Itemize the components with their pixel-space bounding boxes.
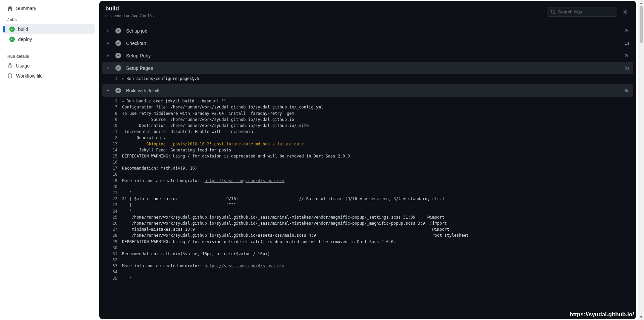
job-subtitle: succeeded on Aug 7 in 16s <box>105 13 154 18</box>
line-content: Destination: /home/runner/work/syudal.gi… <box>122 123 629 128</box>
log-line[interactable]: 31Recommendation: math.div($value, 16px)… <box>102 251 633 257</box>
chevron-right-icon <box>106 29 111 33</box>
line-content: Source: /home/runner/work/syudal.github.… <box>122 117 629 122</box>
line-content: ' <box>122 190 629 195</box>
line-content: /home/runner/work/syudal.github.io/syuda… <box>122 221 629 226</box>
line-number: 34 <box>106 269 117 275</box>
log-line[interactable]: 32 <box>102 257 633 263</box>
log-line[interactable]: 12 Generating... <box>102 135 633 141</box>
job-title: build <box>105 5 154 12</box>
workflow-file-link[interactable]: Workflow file <box>4 71 95 81</box>
scroll-up-arrow[interactable]: ▲ <box>640 1 643 5</box>
log-line[interactable]: 15DEPRECATION WARNING: Using / for divis… <box>102 153 633 159</box>
line-content: ' <box>122 209 629 214</box>
log-line[interactable]: 7Configuration file: /home/runner/work/s… <box>102 104 633 110</box>
log-line[interactable]: 17Recommendation: math.div(9, 16) <box>102 165 633 171</box>
log-line[interactable]: 27 minimal-mistakes.scss 10:9 @import <box>102 226 633 232</box>
chevron-right-icon <box>106 54 111 58</box>
line-number: 28 <box>106 233 117 238</box>
log-search[interactable] <box>547 7 617 17</box>
log-line[interactable]: 20 <box>102 184 633 190</box>
step-duration: 2s <box>625 29 629 33</box>
log-line[interactable]: 34 <box>102 269 633 275</box>
usage-link[interactable]: Usage <box>4 61 95 71</box>
step-row[interactable]: Checkout1s <box>102 37 633 49</box>
home-icon <box>7 6 13 11</box>
log-link[interactable]: https://sass-lang.com/d/slash-div <box>205 178 284 183</box>
line-number: 22 <box>106 196 117 201</box>
line-content: Recommendation: math.div($value, 16px) o… <box>122 251 629 257</box>
line-number: 9 <box>106 117 117 122</box>
run-details-heading: Run details <box>4 50 95 61</box>
divider <box>4 47 95 47</box>
log-line[interactable]: 19More info and automated migrator: http… <box>102 178 633 184</box>
scroll-down-arrow[interactable]: ▼ <box>640 315 643 319</box>
log-line[interactable]: 2231 | $mfp-iframe-ratio: 9/16; // Ratio… <box>102 196 633 202</box>
line-number: 10 <box>106 123 117 128</box>
log-line[interactable]: 14 Jekyll Feed: Generating feed for post… <box>102 147 633 153</box>
log-line[interactable]: 21 ' <box>102 190 633 196</box>
line-number: 26 <box>106 221 117 226</box>
log-line[interactable]: 25 /home/runner/work/syudal.github.io/sy… <box>102 214 633 220</box>
check-icon <box>115 53 121 58</box>
line-number: 7 <box>106 104 117 110</box>
log-line[interactable]: 30 <box>102 245 633 251</box>
log-line[interactable]: 1▸Run bundle exec jekyll build --baseurl… <box>102 98 633 104</box>
step-name: Set up job <box>126 28 620 34</box>
line-number: 16 <box>106 159 117 165</box>
step-duration: 1s <box>625 41 629 46</box>
step-row[interactable]: Set up job2s <box>102 25 633 37</box>
step-name: Setup Ruby <box>126 53 620 58</box>
line-number: 33 <box>106 263 117 269</box>
workflow-file-label: Workflow file <box>16 73 43 79</box>
log-line[interactable]: 23 | ^^^^ <box>102 202 633 208</box>
log-line[interactable]: 33More info and automated migrator: http… <box>102 263 633 269</box>
line-number: 27 <box>106 227 117 232</box>
log-line[interactable]: 26 /home/runner/work/syudal.github.io/sy… <box>102 220 633 226</box>
log-line[interactable]: 29DEPRECATION WARNING: Using / for divis… <box>102 239 633 245</box>
line-content: ' <box>122 276 629 281</box>
steps-list: Set up job2sCheckout1sSetup Ruby2sSetup … <box>99 23 636 319</box>
job-build[interactable]: build <box>4 24 95 34</box>
log-line[interactable]: 8To use retry middleware with Faraday v2… <box>102 110 633 117</box>
step-row[interactable]: Setup Pages0s <box>102 62 633 74</box>
line-number: 25 <box>106 215 117 220</box>
log-search-input[interactable] <box>558 9 613 14</box>
line-number: 11 <box>106 129 117 134</box>
browser-scrollbar[interactable]: ▲ ▼ <box>638 0 644 320</box>
log-line[interactable]: 16 <box>102 159 633 165</box>
log-line[interactable]: 9 Source: /home/runner/work/syudal.githu… <box>102 117 633 123</box>
line-content: To use retry middleware with Faraday v2.… <box>122 111 629 116</box>
log-link[interactable]: https://sass-lang.com/d/slash-div <box>205 264 284 268</box>
stopwatch-icon <box>7 63 13 68</box>
log-line[interactable]: 10 Destination: /home/runner/work/syudal… <box>102 123 633 129</box>
line-number: 20 <box>106 184 117 189</box>
line-number: 15 <box>106 153 117 159</box>
log-line[interactable]: 35 ' <box>102 275 633 281</box>
log-line[interactable]: 18 <box>102 171 633 177</box>
log-line[interactable]: 24 ' <box>102 208 633 214</box>
log-line[interactable]: 1▸Run actions/configure-pages@v5 <box>102 76 633 82</box>
summary-link[interactable]: Summary <box>4 3 95 13</box>
line-number: 13 <box>106 141 117 147</box>
step-row[interactable]: Build with Jekyll8s <box>102 84 633 97</box>
step-name: Build with Jekyll <box>126 88 620 93</box>
line-content: Recommendation: math.div(9, 16) <box>122 166 629 171</box>
job-deploy[interactable]: deploy <box>4 34 95 44</box>
jobs-heading: Jobs <box>4 13 95 24</box>
log-line[interactable]: 13 Skipping: _posts/2010-10-25-post-futu… <box>102 141 633 147</box>
line-number: 8 <box>106 111 117 116</box>
line-number: 19 <box>106 178 117 183</box>
line-number: 23 <box>106 202 117 208</box>
job-build-label: build <box>18 27 28 32</box>
log-line[interactable]: 28 /home/runner/work/syudal.github.io/sy… <box>102 232 633 238</box>
gear-icon <box>623 9 628 15</box>
line-content: Jekyll Feed: Generating feed for posts <box>122 147 629 153</box>
check-icon <box>115 40 121 46</box>
log-line[interactable]: 11 Incremental build: disabled. Enable w… <box>102 129 633 135</box>
summary-label: Summary <box>16 6 36 11</box>
log-settings-button[interactable] <box>621 7 630 16</box>
scroll-thumb[interactable] <box>640 6 643 43</box>
step-row[interactable]: Setup Ruby2s <box>102 49 633 62</box>
step-name: Checkout <box>126 41 620 46</box>
